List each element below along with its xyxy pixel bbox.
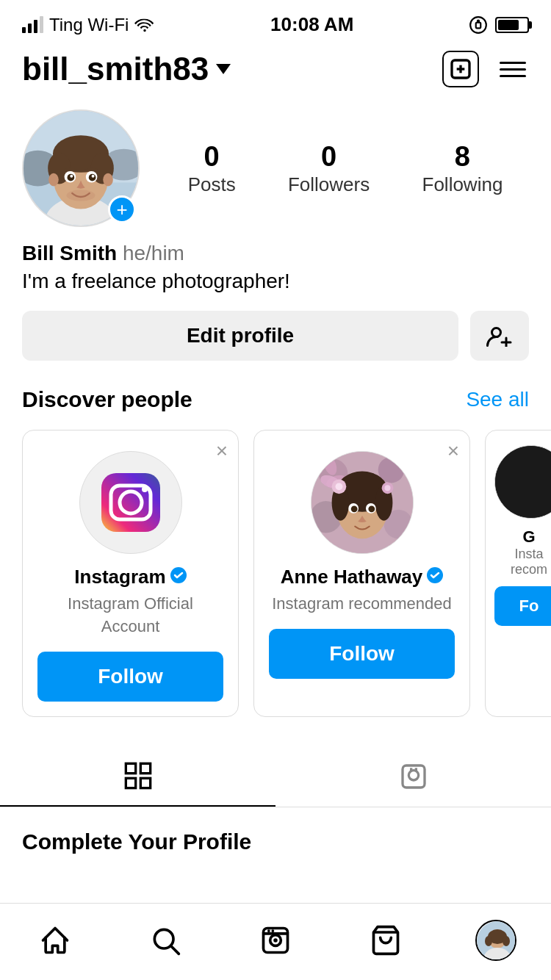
- svg-point-22: [92, 175, 95, 178]
- svg-rect-58: [403, 765, 425, 788]
- battery-icon: [495, 17, 529, 33]
- svg-point-66: [273, 938, 278, 943]
- bio-section: Bill Smith he/him I'm a freelance photog…: [22, 242, 529, 293]
- following-label: Following: [422, 173, 503, 195]
- anne-card-name: Anne Hathaway: [281, 566, 423, 588]
- menu-button[interactable]: [497, 59, 529, 80]
- svg-point-47: [368, 505, 375, 512]
- svg-rect-55: [140, 763, 150, 773]
- suggestion-card-partial: G Insta recom Fo: [485, 430, 551, 717]
- svg-point-24: [492, 328, 501, 337]
- nav-reels[interactable]: [246, 918, 305, 962]
- discover-section: Discover people See all: [0, 387, 551, 412]
- svg-point-68: [267, 929, 270, 932]
- partial-avatar-image: [495, 445, 551, 519]
- anne-avatar: [311, 451, 414, 554]
- following-count: 8: [422, 141, 503, 173]
- partial-card-name: G: [494, 527, 551, 547]
- menu-line: [500, 62, 526, 64]
- svg-rect-56: [126, 778, 135, 788]
- chevron-down-icon[interactable]: [216, 64, 231, 74]
- display-name: Bill Smith he/him: [22, 242, 529, 265]
- card-subtitle: Instagram Official Account: [37, 593, 223, 638]
- dismiss-anne-button[interactable]: ×: [447, 441, 459, 461]
- svg-point-15: [48, 173, 59, 187]
- see-all-link[interactable]: See all: [466, 388, 529, 411]
- add-person-button[interactable]: [470, 311, 529, 361]
- status-time: 10:08 AM: [270, 13, 353, 36]
- posts-label: Posts: [188, 173, 236, 195]
- svg-point-51: [384, 485, 390, 491]
- edit-profile-button[interactable]: Edit profile: [22, 311, 458, 361]
- posts-stat[interactable]: 0 Posts: [188, 141, 236, 196]
- svg-line-63: [171, 946, 179, 954]
- avatar-container: +: [22, 109, 140, 227]
- menu-line: [500, 75, 526, 77]
- header: bill_smith83: [0, 43, 551, 102]
- svg-point-16: [103, 173, 113, 187]
- profile-section: + 0 Posts 0 Followers 8 Following Bill S…: [0, 102, 551, 361]
- posts-count: 0: [188, 141, 236, 173]
- cards-list: ×: [0, 430, 551, 717]
- suggestions-container: ×: [0, 430, 551, 717]
- nav-home[interactable]: [26, 918, 84, 962]
- action-buttons: Edit profile: [22, 311, 529, 361]
- add-story-button[interactable]: +: [108, 195, 136, 223]
- svg-point-59: [408, 770, 418, 779]
- new-post-button[interactable]: [442, 51, 479, 87]
- header-icons: [442, 51, 529, 87]
- svg-point-69: [272, 929, 275, 932]
- add-person-icon: [486, 325, 513, 347]
- full-name: Bill Smith: [22, 242, 117, 264]
- instagram-avatar: [79, 451, 182, 554]
- nav-search[interactable]: [136, 918, 195, 962]
- bottom-nav: [0, 903, 551, 980]
- nav-profile[interactable]: [467, 918, 525, 962]
- status-bar: Ting Wi-Fi 10:08 AM: [0, 0, 551, 43]
- status-left: Ting Wi-Fi: [22, 15, 155, 35]
- plus-square-icon: [449, 57, 472, 81]
- suggestion-card-anne: ×: [253, 430, 470, 717]
- tab-grid[interactable]: [0, 746, 276, 807]
- nav-shop[interactable]: [356, 918, 415, 962]
- status-right: [469, 15, 529, 35]
- grid-icon: [123, 761, 153, 790]
- complete-title: Complete Your Profile: [22, 829, 251, 854]
- follow-anne-button[interactable]: Follow: [269, 629, 455, 679]
- follow-instagram-button[interactable]: Follow: [37, 652, 223, 702]
- anne-card-subtitle: Instagram recommended: [269, 593, 455, 616]
- username-row[interactable]: bill_smith83: [22, 51, 231, 87]
- checkmark-icon: [170, 567, 187, 583]
- reels-icon: [259, 924, 292, 956]
- search-icon: [149, 924, 181, 956]
- anne-avatar-image: [311, 451, 413, 554]
- signal-bars: [22, 16, 43, 33]
- dismiss-instagram-button[interactable]: ×: [216, 441, 228, 461]
- nav-profile-avatar: [475, 920, 516, 961]
- svg-point-49: [335, 483, 342, 490]
- pronouns: he/him: [123, 242, 184, 264]
- verified-badge-icon: [170, 567, 187, 588]
- svg-point-74: [485, 936, 492, 946]
- verified-badge-anne-icon: [427, 567, 443, 588]
- card-name-row: Instagram: [37, 566, 223, 588]
- svg-rect-53: [495, 446, 551, 518]
- carrier-label: Ting Wi-Fi: [49, 15, 129, 35]
- wifi-icon: [134, 17, 155, 33]
- profile-top: + 0 Posts 0 Followers 8 Following: [22, 109, 529, 227]
- partial-avatar: [494, 445, 551, 519]
- username-label: bill_smith83: [22, 51, 209, 87]
- following-stat[interactable]: 8 Following: [422, 141, 503, 196]
- svg-rect-54: [126, 763, 135, 773]
- tagged-icon: [399, 762, 428, 791]
- card-name-row-anne: Anne Hathaway: [269, 566, 455, 588]
- shop-icon: [370, 924, 402, 956]
- svg-point-23: [67, 190, 96, 201]
- tab-tagged[interactable]: [276, 746, 551, 807]
- followers-stat[interactable]: 0 Followers: [288, 141, 370, 196]
- complete-section: Complete Your Profile: [0, 807, 551, 854]
- instagram-logo-icon: [98, 469, 164, 536]
- followers-count: 0: [288, 141, 370, 173]
- follow-partial-button[interactable]: Fo: [494, 586, 551, 626]
- home-icon: [39, 924, 71, 956]
